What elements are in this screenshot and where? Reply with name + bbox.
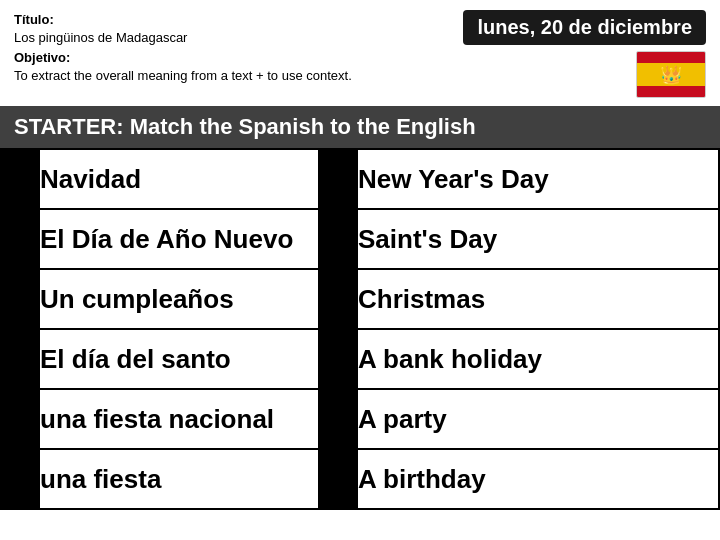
match-table: 1 Navidad a New Year's Day 2 El Día de A… [0, 148, 720, 510]
english-word: New Year's Day [357, 149, 719, 209]
row-letter: c [319, 269, 357, 329]
header-right: lunes, 20 de diciembre 👑 [463, 10, 706, 98]
starter-bar: STARTER: Match the Spanish to the Englis… [0, 106, 720, 148]
english-word: A birthday [357, 449, 719, 509]
titulo-label: Título: [14, 12, 54, 27]
english-word: A bank holiday [357, 329, 719, 389]
english-word: A party [357, 389, 719, 449]
spanish-word: El día del santo [39, 329, 319, 389]
spanish-word: Un cumpleaños [39, 269, 319, 329]
header-left: Título: Los pingüinos de Madagascar Obje… [14, 10, 463, 84]
spanish-word: Navidad [39, 149, 319, 209]
table-row: 6 una fiesta f A birthday [1, 449, 719, 509]
flag-red-top [637, 52, 705, 63]
row-number: 5 [1, 389, 39, 449]
spanish-word: El Día de Año Nuevo [39, 209, 319, 269]
table-row: 2 El Día de Año Nuevo b Saint's Day [1, 209, 719, 269]
titulo-line: Título: Los pingüinos de Madagascar [14, 10, 463, 46]
table-row: 5 una fiesta nacional e A party [1, 389, 719, 449]
objetivo-line: Objetivo: To extract the overall meaning… [14, 48, 463, 84]
header: Título: Los pingüinos de Madagascar Obje… [0, 0, 720, 106]
table-row: 3 Un cumpleaños c Christmas [1, 269, 719, 329]
row-letter: d [319, 329, 357, 389]
english-word: Christmas [357, 269, 719, 329]
row-letter: e [319, 389, 357, 449]
spanish-word: una fiesta [39, 449, 319, 509]
row-number: 3 [1, 269, 39, 329]
date-banner: lunes, 20 de diciembre [463, 10, 706, 45]
objetivo-value: To extract the overall meaning from a te… [14, 68, 352, 83]
row-letter: b [319, 209, 357, 269]
table-row: 1 Navidad a New Year's Day [1, 149, 719, 209]
row-number: 6 [1, 449, 39, 509]
coat-of-arms-icon: 👑 [660, 64, 682, 86]
english-word: Saint's Day [357, 209, 719, 269]
row-number: 2 [1, 209, 39, 269]
starter-prefix: STARTER: [14, 114, 124, 139]
row-number: 4 [1, 329, 39, 389]
spanish-word: una fiesta nacional [39, 389, 319, 449]
flag-yellow: 👑 [637, 63, 705, 86]
row-letter: a [319, 149, 357, 209]
row-number: 1 [1, 149, 39, 209]
table-row: 4 El día del santo d A bank holiday [1, 329, 719, 389]
row-letter: f [319, 449, 357, 509]
flag-red-bottom [637, 86, 705, 97]
titulo-value: Los pingüinos de Madagascar [14, 30, 187, 45]
spanish-flag: 👑 [636, 51, 706, 98]
starter-rest: Match the Spanish to the English [124, 114, 476, 139]
objetivo-label: Objetivo: [14, 50, 70, 65]
